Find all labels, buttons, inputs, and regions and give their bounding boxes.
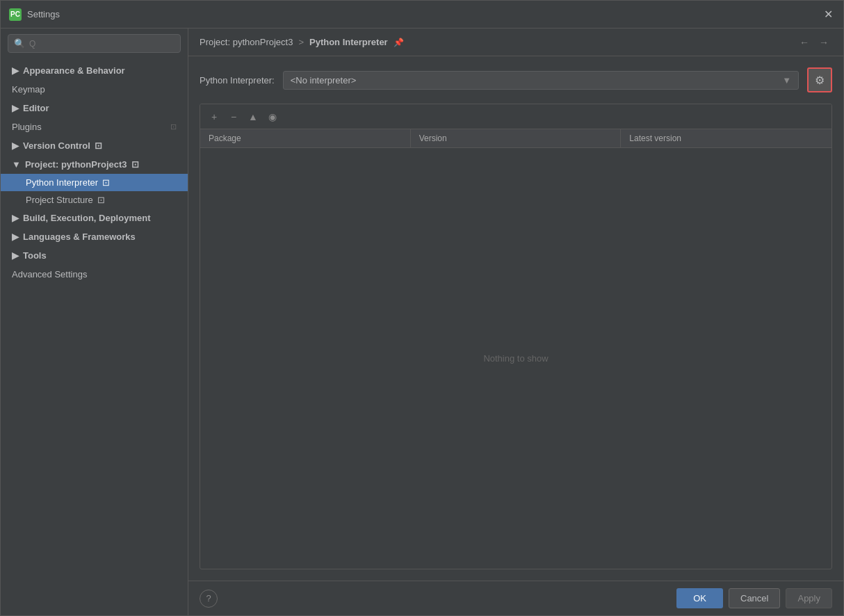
sidebar-item-label: Project Structure	[26, 195, 93, 205]
title-bar: PC Settings ✕	[1, 1, 843, 29]
bottom-bar: ? OK Cancel Apply	[188, 581, 843, 615]
external-icon: ⊡	[131, 159, 139, 170]
sidebar-item-project[interactable]: ▼ Project: pythonProject3 ⊡	[1, 155, 188, 174]
sidebar-item-keymap[interactable]: Keymap	[1, 80, 188, 99]
content-area: Project: pythonProject3 > Python Interpr…	[188, 29, 843, 615]
eye-button[interactable]: ◉	[264, 108, 281, 125]
chevron-right-icon: ▶	[12, 65, 19, 76]
help-button[interactable]: ?	[200, 590, 218, 608]
up-button[interactable]: ▲	[245, 108, 261, 125]
column-version: Version	[411, 129, 622, 147]
content-body: Python Interpreter: <No interpreter> ▼ ⚙…	[188, 56, 843, 581]
external-icon: ⊡	[95, 140, 102, 151]
interpreter-value: <No interpreter>	[291, 75, 357, 86]
breadcrumb: Project: pythonProject3 > Python Interpr…	[200, 37, 404, 47]
breadcrumb-project: Project: pythonProject3	[200, 37, 293, 47]
sidebar-item-plugins[interactable]: Plugins ⊡	[1, 117, 188, 136]
apply-button[interactable]: Apply	[786, 588, 832, 608]
sidebar-item-label: Plugins	[12, 122, 42, 132]
app-icon: PC	[9, 8, 22, 21]
ok-button[interactable]: OK	[676, 588, 723, 608]
sidebar-item-version-control[interactable]: ▶ Version Control ⊡	[1, 136, 188, 155]
external-icon: ⊡	[102, 177, 110, 188]
close-button[interactable]: ✕	[821, 8, 835, 22]
action-buttons: OK Cancel Apply	[676, 588, 832, 608]
external-icon: ⊡	[97, 195, 105, 205]
sidebar-item-label: Advanced Settings	[12, 269, 87, 279]
sidebar-item-label: Build, Execution, Deployment	[23, 213, 150, 223]
search-input[interactable]	[29, 39, 175, 49]
table-header: Package Version Latest version	[200, 129, 831, 148]
main-layout: 🔍 ▶ Appearance & Behavior Keymap ▶ Edito…	[1, 29, 843, 615]
sidebar-item-label: Languages & Frameworks	[23, 232, 136, 242]
sidebar-item-project-structure[interactable]: Project Structure ⊡	[1, 191, 188, 209]
chevron-right-icon: ▶	[12, 250, 19, 261]
sidebar-item-languages-frameworks[interactable]: ▶ Languages & Frameworks	[1, 227, 188, 246]
settings-window: PC Settings ✕ 🔍 ▶ Appearance & Behavior …	[0, 0, 844, 616]
interpreter-row: Python Interpreter: <No interpreter> ▼ ⚙	[200, 67, 832, 92]
interpreter-dropdown[interactable]: <No interpreter> ▼	[283, 71, 799, 90]
add-package-button[interactable]: +	[206, 108, 222, 125]
pin-icon: 📌	[393, 38, 404, 47]
chevron-right-icon: ▶	[12, 140, 19, 151]
sidebar-nav: ▶ Appearance & Behavior Keymap ▶ Editor …	[1, 58, 188, 615]
sidebar-item-appearance[interactable]: ▶ Appearance & Behavior	[1, 61, 188, 80]
breadcrumb-current: Python Interpreter	[309, 37, 388, 47]
packages-empty-state: Nothing to show	[200, 148, 831, 569]
window-title: Settings	[27, 9, 60, 19]
gear-button[interactable]: ⚙	[807, 67, 832, 92]
empty-message: Nothing to show	[483, 353, 548, 364]
remove-package-button[interactable]: −	[225, 108, 242, 125]
sidebar-item-label: Project: pythonProject3	[25, 159, 127, 170]
chevron-down-icon: ▼	[12, 159, 21, 170]
sidebar-item-label: Keymap	[12, 84, 45, 95]
chevron-right-icon: ▶	[12, 232, 19, 242]
content-header: Project: pythonProject3 > Python Interpr…	[188, 29, 843, 56]
chevron-right-icon: ▶	[12, 213, 19, 223]
sidebar-item-tools[interactable]: ▶ Tools	[1, 246, 188, 265]
column-latest-version: Latest version	[621, 129, 831, 147]
sidebar-item-label: Python Interpreter	[26, 177, 98, 188]
breadcrumb-separator: >	[298, 37, 304, 47]
sidebar: 🔍 ▶ Appearance & Behavior Keymap ▶ Edito…	[1, 29, 188, 615]
cancel-button[interactable]: Cancel	[729, 588, 780, 608]
sidebar-item-editor[interactable]: ▶ Editor	[1, 99, 188, 117]
sidebar-item-label: Version Control	[23, 140, 90, 151]
sidebar-item-python-interpreter[interactable]: Python Interpreter ⊡	[1, 174, 188, 191]
interpreter-label: Python Interpreter:	[200, 75, 275, 86]
search-icon: 🔍	[14, 38, 25, 49]
dropdown-arrow-icon: ▼	[782, 75, 791, 86]
external-icon: ⊡	[170, 122, 177, 131]
sidebar-item-build-execution[interactable]: ▶ Build, Execution, Deployment	[1, 209, 188, 227]
sidebar-item-label: Appearance & Behavior	[23, 65, 125, 76]
packages-toolbar: + − ▲ ◉	[200, 104, 831, 129]
nav-arrows: ← →	[796, 34, 832, 51]
sidebar-item-advanced-settings[interactable]: Advanced Settings	[1, 265, 188, 284]
column-package: Package	[200, 129, 411, 147]
sidebar-item-label: Tools	[23, 250, 47, 261]
packages-panel: + − ▲ ◉ Package Version Latest version N…	[200, 104, 832, 569]
sidebar-item-label: Editor	[23, 103, 49, 113]
search-box[interactable]: 🔍	[8, 34, 181, 53]
back-button[interactable]: ←	[796, 34, 813, 51]
chevron-right-icon: ▶	[12, 103, 19, 113]
forward-button[interactable]: →	[815, 34, 832, 51]
